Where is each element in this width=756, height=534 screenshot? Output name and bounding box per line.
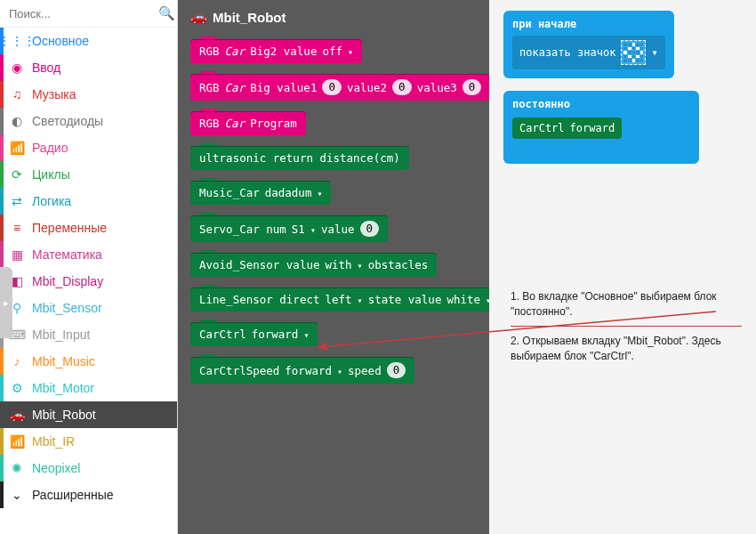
led-grid-icon [621, 40, 646, 65]
mmusic-icon: ♪ [9, 353, 25, 369]
music-icon: ♫ [9, 86, 25, 102]
adv-icon: ⌄ [9, 487, 25, 503]
sidebar-item-radio[interactable]: 📶Радио [0, 134, 177, 161]
sidebar-item-leds[interactable]: ◐Светодиоды [0, 108, 177, 134]
sidebar-item-logic[interactable]: ⇄Логика [0, 188, 177, 214]
sidebar-item-label: Mbit_Robot [32, 408, 96, 422]
sidebar-item-minput[interactable]: ⌨Mbit_Input [0, 321, 177, 348]
sidebar-item-mmotor[interactable]: ⚙Mbit_Motor [0, 375, 177, 401]
onstart-title: при начале [512, 18, 665, 30]
block-line-sensor[interactable]: Line_Sensor direct left state value whit… [190, 287, 489, 312]
palette-title: 🚗 Mbit_Robot [190, 9, 477, 25]
palette-title-text: Mbit_Robot [213, 10, 286, 25]
forever-title: постоянно [512, 98, 690, 110]
chevron-down-icon: ▾ [651, 46, 657, 59]
sidebar-item-label: Переменные [32, 221, 107, 235]
sidebar-item-neopix[interactable]: ✺Neopixel [0, 455, 177, 481]
mmotor-icon: ⚙ [9, 380, 25, 396]
logic-icon: ⇄ [9, 193, 25, 209]
mrobot-icon: 🚗 [9, 407, 25, 423]
sidebar-item-label: Основное [32, 34, 89, 48]
sidebar-item-label: Музыка [32, 87, 76, 101]
sidebar-item-loops[interactable]: ⟳Циклы [0, 161, 177, 188]
vars-icon: ≡ [9, 220, 25, 236]
sidebar-item-music[interactable]: ♫Музыка [0, 81, 177, 108]
search-input[interactable] [9, 7, 158, 20]
search-icon: 🔍 [158, 5, 175, 21]
sidebar-item-label: Mbit_Sensor [32, 301, 102, 315]
sidebar-item-mdisp[interactable]: ◧Mbit_Display [0, 268, 177, 295]
block-servo-car[interactable]: Servo_Car num S1 value 0 [190, 215, 388, 242]
onstart-hat[interactable]: при начале показать значок ▾ [503, 11, 674, 78]
sidebar-item-label: Mbit_Input [32, 328, 90, 342]
sidebar-item-msens[interactable]: ⚲Mbit_Sensor [0, 295, 177, 321]
sidebar-item-mir[interactable]: 📶Mbit_IR [0, 428, 177, 455]
forever-hat[interactable]: постоянно CarCtrl forward [503, 91, 699, 164]
block-rgb-program[interactable]: RGB Car Program [190, 111, 306, 135]
sidebar-item-vars[interactable]: ≡Переменные [0, 214, 177, 241]
sidebar-item-label: Циклы [32, 167, 70, 182]
sidebar-item-label: Логика [32, 194, 71, 208]
block-music-car[interactable]: Music_Car dadadum [190, 181, 331, 205]
basic-icon: ⋮⋮⋮ [9, 33, 25, 49]
sidebar-item-input[interactable]: ◉Ввод [0, 54, 177, 81]
show-icon-block[interactable]: показать значок ▾ [512, 36, 665, 69]
leds-icon: ◐ [9, 113, 25, 129]
loops-icon: ⟳ [9, 166, 25, 182]
sidebar-item-basic[interactable]: ⋮⋮⋮Основное [0, 28, 177, 54]
sidebar-item-label: Расширенные [32, 488, 114, 502]
input-icon: ◉ [9, 60, 25, 76]
carctrl-in-slot[interactable]: CarCtrl forward [512, 117, 622, 139]
sidebar-item-mmusic[interactable]: ♪Mbit_Music [0, 348, 177, 375]
car-icon: 🚗 [190, 9, 207, 25]
sidebar-item-label: Mbit_Motor [32, 381, 94, 395]
collapse-handle[interactable]: ▸ [0, 267, 12, 338]
block-rgb-big2[interactable]: RGB Car Big2 value off [190, 39, 362, 63]
sidebar-item-label: Светодиоды [32, 114, 103, 128]
sidebar-item-adv[interactable]: ⌄Расширенные [0, 481, 177, 508]
mir-icon: 📶 [9, 433, 25, 449]
block-rgb-bigvalue[interactable]: RGB Car Big value1 0 value2 0 value3 0 [190, 74, 489, 101]
sidebar-item-mrobot[interactable]: 🚗Mbit_Robot [0, 401, 177, 428]
sidebar-item-label: Mbit_Music [32, 354, 95, 368]
instruction-text: 1. Во вкладке "Основное" выбираем блок "… [511, 289, 742, 374]
radio-icon: 📶 [9, 140, 25, 156]
sidebar-item-label: Радио [32, 141, 68, 155]
category-sidebar: 🔍 ⋮⋮⋮Основное◉Ввод♫Музыка◐Светодиоды📶Рад… [0, 0, 178, 534]
block-ultrasonic[interactable]: ultrasonic return distance(cm) [190, 146, 409, 170]
block-palette: 🚗 Mbit_Robot RGB Car Big2 value off RGB … [178, 0, 489, 534]
neopix-icon: ✺ [9, 460, 25, 476]
workspace-canvas[interactable]: при начале показать значок ▾ постоянно [489, 0, 756, 534]
block-carctrl[interactable]: CarCtrl forward [190, 322, 318, 346]
math-icon: ▦ [9, 247, 25, 263]
sidebar-item-label: Mbit_IR [32, 434, 75, 449]
sidebar-item-label: Mbit_Display [32, 274, 103, 288]
sidebar-item-label: Ввод [32, 61, 60, 75]
block-carctrl-speed[interactable]: CarCtrlSpeed forward speed 0 [190, 357, 414, 384]
block-avoid-sensor[interactable]: Avoid_Sensor value with obstacles [190, 253, 437, 277]
sidebar-item-math[interactable]: ▦Математика [0, 241, 177, 268]
search-row: 🔍 [0, 0, 177, 28]
category-list: ⋮⋮⋮Основное◉Ввод♫Музыка◐Светодиоды📶Радио… [0, 28, 177, 508]
sidebar-item-label: Математика [32, 247, 102, 262]
sidebar-item-label: Neopixel [32, 461, 80, 475]
